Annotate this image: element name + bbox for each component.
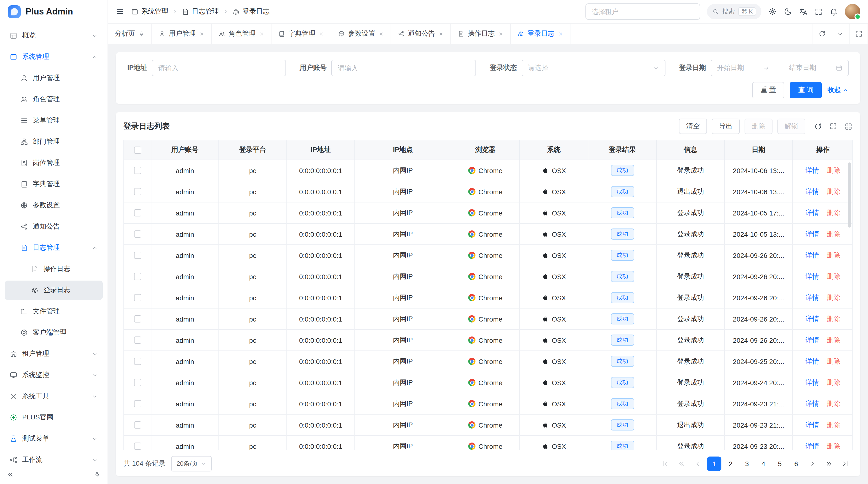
- sidebar-item-7[interactable]: 字典管理: [5, 174, 103, 194]
- detail-link[interactable]: 详情: [806, 187, 819, 196]
- detail-link[interactable]: 详情: [806, 357, 819, 366]
- sidebar-item-0[interactable]: 概览: [5, 26, 103, 45]
- tab-2[interactable]: 角色管理: [212, 24, 272, 44]
- next-page-button[interactable]: [805, 456, 820, 471]
- delete-link[interactable]: 删除: [827, 166, 840, 175]
- detail-link[interactable]: 详情: [806, 336, 819, 345]
- sidebar-toggle-button[interactable]: [116, 7, 124, 16]
- settings-icon[interactable]: [768, 7, 777, 16]
- row-checkbox[interactable]: [124, 245, 151, 266]
- sidebar-item-2[interactable]: 用户管理: [5, 68, 103, 88]
- sidebar-item-12[interactable]: 登录日志: [5, 281, 103, 300]
- row-checkbox[interactable]: [124, 160, 151, 181]
- collapse-filter-button[interactable]: 收起: [828, 86, 849, 95]
- export-button[interactable]: 导出: [712, 119, 740, 134]
- tabs-menu-button[interactable]: [831, 24, 850, 44]
- reset-button[interactable]: 重 置: [752, 82, 784, 98]
- dark-mode-icon[interactable]: [784, 7, 792, 16]
- unlock-button[interactable]: 解锁: [777, 119, 805, 134]
- delete-link[interactable]: 删除: [827, 293, 840, 302]
- row-checkbox[interactable]: [124, 181, 151, 202]
- detail-link[interactable]: 详情: [806, 272, 819, 281]
- refresh-table-button[interactable]: [814, 122, 822, 130]
- delete-link[interactable]: 删除: [827, 251, 840, 260]
- delete-link[interactable]: 删除: [827, 336, 840, 345]
- detail-link[interactable]: 详情: [806, 208, 819, 217]
- clear-button[interactable]: 清空: [679, 119, 707, 134]
- sidebar-item-4[interactable]: 菜单管理: [5, 111, 103, 130]
- row-checkbox[interactable]: [124, 309, 151, 330]
- date-range-picker[interactable]: 开始日期 结束日期: [711, 60, 849, 76]
- breadcrumb-item-loginlog[interactable]: 登录日志: [232, 7, 270, 16]
- delete-link[interactable]: 删除: [827, 357, 840, 366]
- select-all-checkbox[interactable]: [124, 140, 151, 160]
- page-size-select[interactable]: 20条/页: [171, 456, 212, 472]
- column-settings-button[interactable]: [844, 122, 852, 130]
- status-select[interactable]: 请选择: [522, 60, 665, 76]
- content-fullscreen-button[interactable]: [850, 24, 868, 44]
- breadcrumb-item-log[interactable]: 日志管理: [182, 7, 219, 16]
- notifications-icon[interactable]: [830, 7, 838, 16]
- breadcrumb-item-system[interactable]: 系统管理: [131, 7, 168, 16]
- tab-6[interactable]: 操作日志: [451, 24, 511, 44]
- row-checkbox[interactable]: [124, 436, 151, 450]
- table-scrollbar[interactable]: [848, 162, 851, 228]
- detail-link[interactable]: 详情: [806, 230, 819, 238]
- fullscreen-icon[interactable]: [814, 7, 823, 16]
- row-checkbox[interactable]: [124, 224, 151, 245]
- page-button-1[interactable]: 1: [707, 456, 721, 471]
- tab-close-icon[interactable]: [438, 31, 444, 36]
- tab-close-icon[interactable]: [558, 31, 563, 36]
- tab-5[interactable]: 通知公告: [391, 24, 451, 44]
- detail-link[interactable]: 详情: [806, 251, 819, 260]
- delete-link[interactable]: 删除: [827, 187, 840, 196]
- tab-close-icon[interactable]: [498, 31, 503, 36]
- row-checkbox[interactable]: [124, 287, 151, 309]
- delete-link[interactable]: 删除: [827, 442, 840, 450]
- tab-4[interactable]: 参数设置: [331, 24, 391, 44]
- sidebar-item-1[interactable]: 系统管理: [5, 47, 103, 67]
- sidebar-item-13[interactable]: 文件管理: [5, 302, 103, 321]
- row-checkbox[interactable]: [124, 202, 151, 224]
- forward-5-pages-button[interactable]: [822, 456, 836, 471]
- tab-close-icon[interactable]: [259, 31, 264, 36]
- detail-link[interactable]: 详情: [806, 378, 819, 387]
- sidebar-item-17[interactable]: 系统工具: [5, 387, 103, 406]
- sidebar-item-15[interactable]: 租户管理: [5, 344, 103, 363]
- tab-close-icon[interactable]: [319, 31, 324, 36]
- detail-link[interactable]: 详情: [806, 442, 819, 450]
- tab-close-icon[interactable]: [378, 31, 384, 36]
- global-search[interactable]: 搜索 ⌘ K: [707, 4, 762, 19]
- prev-page-button[interactable]: [690, 456, 705, 471]
- ip-input[interactable]: [152, 60, 286, 76]
- sidebar-item-9[interactable]: 通知公告: [5, 217, 103, 236]
- sidebar-item-10[interactable]: 日志管理: [5, 238, 103, 257]
- tab-close-icon[interactable]: [199, 31, 205, 36]
- sidebar-item-20[interactable]: 工作流: [5, 450, 103, 465]
- tenant-select[interactable]: [585, 3, 700, 20]
- sidebar-pin-button[interactable]: [92, 469, 103, 480]
- back-5-pages-button[interactable]: [674, 456, 689, 471]
- last-page-button[interactable]: [838, 456, 852, 471]
- delete-link[interactable]: 删除: [827, 230, 840, 238]
- detail-link[interactable]: 详情: [806, 421, 819, 429]
- account-input[interactable]: [332, 60, 476, 76]
- user-avatar[interactable]: [845, 4, 860, 19]
- tab-0[interactable]: 分析页: [108, 24, 152, 44]
- row-checkbox[interactable]: [124, 415, 151, 436]
- tab-3[interactable]: 字典管理: [272, 24, 331, 44]
- delete-link[interactable]: 删除: [827, 208, 840, 217]
- detail-link[interactable]: 详情: [806, 293, 819, 302]
- row-checkbox[interactable]: [124, 351, 151, 372]
- detail-link[interactable]: 详情: [806, 399, 819, 408]
- sidebar-item-8[interactable]: 参数设置: [5, 196, 103, 215]
- sidebar-item-19[interactable]: 测试菜单: [5, 429, 103, 448]
- delete-button[interactable]: 删除: [745, 119, 773, 134]
- sidebar-item-11[interactable]: 操作日志: [5, 259, 103, 279]
- delete-link[interactable]: 删除: [827, 399, 840, 408]
- first-page-button[interactable]: [658, 456, 672, 471]
- row-checkbox[interactable]: [124, 266, 151, 287]
- tab-1[interactable]: 用户管理: [152, 24, 212, 44]
- row-checkbox[interactable]: [124, 330, 151, 351]
- row-checkbox[interactable]: [124, 372, 151, 393]
